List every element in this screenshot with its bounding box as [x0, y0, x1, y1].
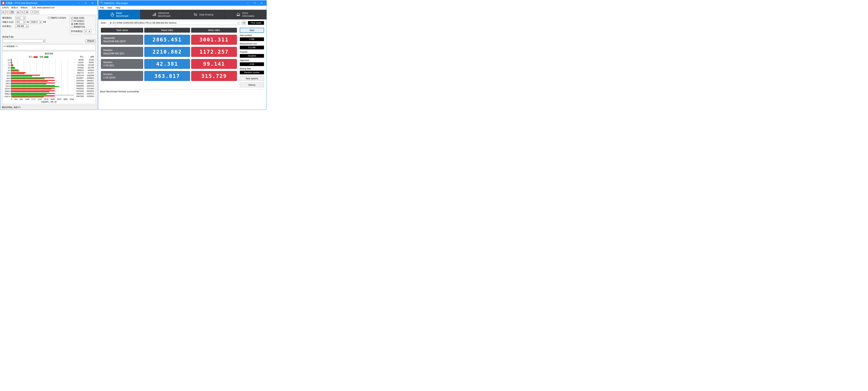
menu-view[interactable]: 查看(V)	[11, 6, 18, 9]
atto-title: 无标题 - ATTO Disk Benchmark	[6, 2, 75, 5]
write-bar	[11, 90, 55, 91]
read-value: 2865.451	[144, 35, 190, 45]
move-icon[interactable]: ✥	[25, 10, 29, 14]
monitor-icon: 🖥	[110, 22, 112, 24]
minimize-button[interactable]: ─	[244, 1, 251, 6]
xfer-from-select[interactable]: 0.5	[16, 20, 26, 24]
print-icon[interactable]: 🖨	[16, 10, 20, 14]
to-label: 到	[27, 21, 29, 24]
read-bar	[11, 86, 59, 87]
history-button[interactable]: History	[240, 83, 264, 87]
io-compare-radio[interactable]: I/O 比较(C)	[71, 20, 94, 23]
write-bar	[11, 83, 55, 84]
read-bar	[11, 97, 44, 97]
result-row: Random4 KB QD142.38199.141	[101, 59, 237, 69]
read-bar	[11, 76, 32, 77]
maximize-button[interactable]: ☐	[251, 1, 258, 6]
tab-basic-benchmark[interactable]: Basic Benchmark	[98, 10, 141, 20]
drive-select[interactable]: 🖥 (C:) NVMe SAMSUNG MZVLB512 476.12 GB (…	[108, 21, 240, 25]
chart-xaxis: 042985812881717214725763006343538654294	[11, 98, 74, 100]
tab-data-erasing[interactable]: Data Erasing	[182, 10, 224, 20]
direct-io-checkbox[interactable]: ✓直接 I/O(R)	[71, 17, 94, 20]
kb-label: KB	[43, 21, 46, 23]
atto-titlebar[interactable]: 无标题 - ATTO Disk Benchmark ─ ☐ ✕	[1, 1, 97, 6]
write-bar	[11, 88, 55, 89]
tab-drive-information[interactable]: Drive Information	[224, 10, 267, 20]
read-bar	[11, 81, 48, 82]
drive-select[interactable]: [-c-]	[16, 16, 26, 20]
write-bar	[11, 64, 13, 65]
menu-help[interactable]: 帮助(H)	[21, 6, 28, 9]
atto-statusbar: 要获得帮助, 请按 F1	[1, 105, 97, 110]
svg-rect-1	[2, 2, 4, 4]
atto-toolbar: 🗋 📂 💾 🖨 🔍 ✥ ? ↖?	[1, 10, 97, 15]
drive-label: Drive:	[101, 22, 106, 24]
close-button[interactable]: ✕	[258, 1, 265, 6]
qd-select[interactable]: 4	[84, 30, 91, 33]
save-icon[interactable]: 💾	[10, 10, 14, 14]
tab-advanced-benchmark[interactable]: Advanced Benchmark	[141, 10, 182, 20]
controlled-select[interactable]	[2, 39, 45, 43]
prewrite-value[interactable]: Disabled	[240, 54, 264, 58]
atto-body: 驱动器(D): [-c-] 强制写入访问(A) 传输大小(Z): 0.5 到 8…	[1, 15, 97, 105]
menu-view[interactable]: View	[107, 6, 112, 9]
read-bar	[11, 68, 15, 69]
tx-main: Task name Read mB/s Write mB/s Sequentia…	[98, 26, 267, 89]
read-bar	[11, 89, 51, 90]
write-value: 315.729	[191, 71, 237, 81]
align-value[interactable]: 4 KB	[240, 62, 264, 66]
write-bar	[11, 96, 55, 96]
whatsthis-icon[interactable]: ↖?	[35, 10, 39, 14]
svg-rect-5	[153, 14, 153, 16]
start-button[interactable]: Start	[240, 28, 264, 33]
write-bar	[11, 85, 55, 86]
refresh-button[interactable]	[242, 21, 246, 25]
task-name-cell: Random4 KB QD32	[101, 71, 143, 81]
minimize-button[interactable]: ─	[75, 1, 82, 6]
xfer-label: 传输大小(Z):	[2, 21, 14, 24]
write-bar	[11, 77, 54, 78]
task-options-button[interactable]: Task options	[240, 76, 264, 81]
read-bar	[11, 63, 12, 64]
chart-xlabel: 传输速率 - MB / 秒	[3, 101, 95, 103]
write-value: 3001.311	[191, 35, 237, 45]
menu-help[interactable]: Help	[116, 6, 120, 9]
force-write-checkbox[interactable]: 强制写入访问(A)	[48, 17, 66, 20]
svg-rect-7	[155, 13, 156, 16]
menu-credit: 汉化: www.upantool.com	[32, 6, 55, 9]
menu-file[interactable]: File	[100, 6, 104, 9]
open-icon[interactable]: 📂	[6, 10, 10, 14]
svg-point-9	[239, 15, 240, 15]
file-mode-button[interactable]: FILE mode	[248, 21, 264, 25]
result-row: Random4 KB QD32363.817315.729	[101, 71, 237, 81]
wdata-value[interactable]: Random number	[240, 71, 264, 74]
startpos-label: Start position:	[240, 34, 264, 37]
preview-icon[interactable]: 🔍	[20, 10, 25, 14]
drive-label: 驱动器(D):	[2, 17, 14, 20]
tx-titlebar[interactable]: TxBENCH - New project ─ ☐ ✕	[98, 1, 267, 6]
svg-rect-3	[100, 3, 102, 4]
help-icon[interactable]: ?	[30, 10, 35, 14]
start-button[interactable]: 开始(S)	[86, 39, 96, 43]
header-taskname: Task name	[101, 28, 143, 33]
tx-title: TxBENCH - New project	[104, 2, 244, 4]
write-bar	[11, 59, 12, 60]
controlled-label: 受控制于(B):	[2, 36, 14, 38]
meas-value[interactable]: 512 MB	[240, 45, 264, 50]
new-icon[interactable]: 🗋	[1, 10, 5, 14]
maximize-button[interactable]: ☐	[82, 1, 89, 6]
description-input[interactable]: << 你的描述 >>	[2, 44, 96, 50]
tx-tabstrip: Basic Benchmark Advanced Benchmark Data …	[98, 10, 267, 20]
neither-radio[interactable]: 两者都不(N)	[71, 26, 94, 28]
startpos-value[interactable]: 0 MB	[240, 37, 264, 41]
atto-chart: 0.51.02.04.08.016.032.064.0128.0256.0512…	[3, 59, 95, 98]
overlap-io-radio[interactable]: 交叠 I/O(O)	[71, 23, 94, 26]
len-select[interactable]: 256 MB	[16, 25, 29, 28]
read-bar	[11, 84, 46, 85]
write-bar	[11, 70, 19, 70]
close-button[interactable]: ✕	[89, 1, 96, 6]
xfer-to-select[interactable]: 8192.0	[30, 20, 42, 24]
results-frame: 测试结果 写入 读取 写入 读取 0.51.02.04.08.016.032.0…	[2, 51, 96, 104]
read-value: 363.817	[144, 71, 190, 81]
menu-file[interactable]: 文件(F)	[2, 6, 9, 9]
